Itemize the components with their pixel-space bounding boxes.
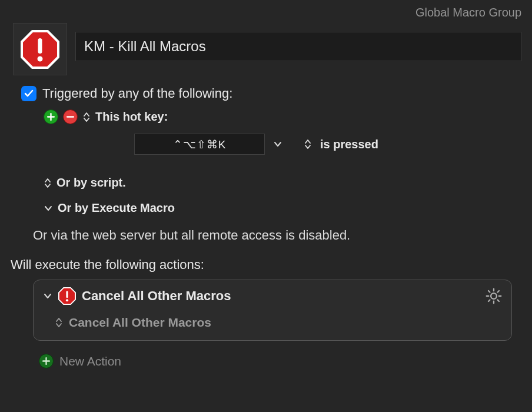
hotkey-state-label: is pressed [320,138,378,151]
stop-warning-icon [58,287,76,305]
hotkey-field[interactable]: ⌃⌥⇧⌘K [134,134,265,155]
script-trigger-label: Or by script. [56,176,126,190]
svg-rect-1 [38,38,42,54]
sort-icon [82,111,91,123]
svg-point-6 [491,293,497,299]
macro-name-field[interactable]: KM - Kill All Macros [75,32,521,61]
add-trigger-button[interactable] [44,109,58,124]
execute-macro-trigger-label: Or by Execute Macro [58,201,175,215]
action-title: Cancel All Other Macros [82,288,480,304]
new-action-row: New Action [0,341,532,368]
triggers-enabled-checkbox[interactable] [21,86,36,101]
execute-macro-disclosure[interactable] [44,205,53,212]
sort-icon [55,317,63,328]
hotkey-config-row: ⌃⌥⇧⌘K is pressed [21,124,521,160]
new-action-label: New Action [59,354,121,368]
svg-line-12 [498,300,499,301]
triggers-enabled-label: Triggered by any of the following: [42,86,232,101]
minus-icon [66,113,74,121]
check-icon [24,88,34,99]
webserver-trigger-note: Or via the web server but all remote acc… [21,215,521,243]
chevron-down-icon [44,205,53,212]
action-options-button[interactable] [486,288,502,304]
hotkey-trigger-label: This hot key: [95,110,168,124]
trigger-type-stepper[interactable] [82,111,91,123]
sort-icon [44,177,52,189]
gear-icon [486,288,502,304]
action-subtitle: Cancel All Other Macros [69,315,211,330]
triggers-section: Triggered by any of the following: This … [0,75,532,243]
action-variant-stepper[interactable] [55,317,63,328]
svg-point-2 [38,56,43,61]
action-header: Cancel All Other Macros [43,287,502,305]
execute-macro-trigger-row: Or by Execute Macro [21,190,521,215]
macro-group-label: Global Macro Group [0,0,532,23]
svg-rect-4 [66,291,68,298]
actions-heading: Will execute the following actions: [0,243,532,280]
action-card[interactable]: Cancel All Other Macros [33,280,512,341]
sort-icon [304,138,312,150]
chevron-down-icon [273,141,282,148]
plus-icon [47,113,55,121]
add-action-button[interactable] [39,354,54,368]
stop-warning-icon [21,30,59,69]
chevron-down-icon [43,293,52,300]
script-trigger-stepper[interactable] [44,177,52,189]
script-trigger-row: Or by script. [21,160,521,190]
svg-line-14 [498,291,499,292]
action-disclosure[interactable] [43,293,52,300]
action-sub-row: Cancel All Other Macros [43,305,502,330]
svg-line-11 [488,291,490,292]
macro-icon-well[interactable] [13,23,67,75]
remove-trigger-button[interactable] [63,109,78,124]
plus-icon [42,357,50,365]
svg-line-13 [488,300,490,301]
svg-point-5 [66,299,68,301]
hotkey-state-stepper[interactable] [304,138,312,150]
hotkey-dropdown[interactable] [273,141,282,148]
hotkey-trigger-row: This hot key: [21,101,521,124]
title-row: KM - Kill All Macros [0,23,532,75]
